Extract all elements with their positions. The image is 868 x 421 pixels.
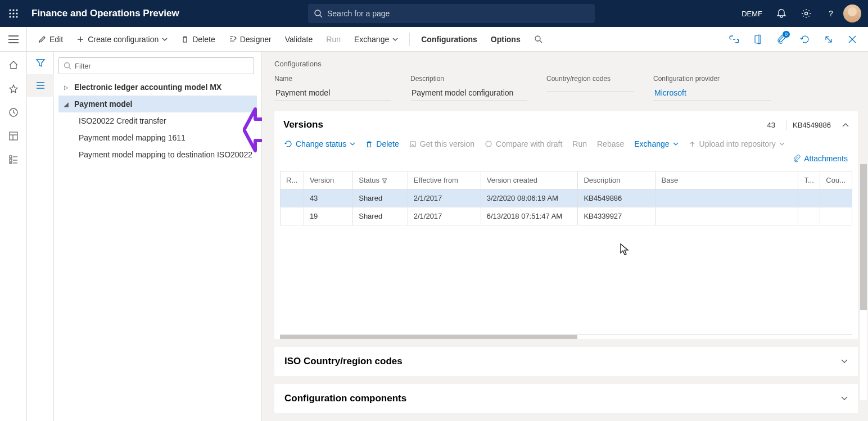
delete-version-button[interactable]: Delete — [361, 137, 403, 151]
horizontal-scrollbar[interactable] — [280, 334, 852, 339]
col-version[interactable]: Version — [304, 171, 352, 189]
field-provider: Configuration provider Microsoft — [653, 75, 771, 101]
field-value[interactable]: Payment model — [274, 86, 391, 101]
modules-icon[interactable] — [0, 148, 27, 171]
col-status[interactable]: Status — [353, 171, 408, 189]
popout-icon[interactable] — [819, 29, 839, 49]
rebase-label: Rebase — [597, 139, 624, 148]
vertical-scrollbar[interactable] — [860, 164, 867, 400]
versions-grid: R... Version Status Effective from Versi… — [274, 171, 858, 332]
version-desc-badge: KB4549886 — [793, 121, 831, 129]
tree-item-label: Electronic ledger accounting model MX — [74, 83, 221, 92]
chevron-down-icon — [673, 142, 679, 146]
versions-header[interactable]: Versions 43 KB4549886 — [274, 111, 858, 136]
compare-label: Compare with draft — [496, 139, 562, 148]
star-icon[interactable] — [0, 78, 27, 100]
col-created[interactable]: Version created — [481, 171, 578, 189]
gear-icon[interactable] — [794, 0, 819, 27]
bell-icon[interactable] — [769, 0, 794, 27]
tree-panel: Filter ▷ Electronic ledger accounting mo… — [54, 52, 262, 421]
exchange-label: Exchange — [354, 35, 389, 44]
recent-icon[interactable] — [0, 101, 27, 124]
search-input[interactable]: Search for a page — [308, 4, 595, 23]
create-config-button[interactable]: Create configuration — [71, 31, 173, 47]
refresh-icon[interactable] — [795, 29, 815, 49]
config-components-section[interactable]: Configuration components — [274, 384, 858, 413]
svg-rect-37 — [410, 142, 415, 147]
tree-item-mapping-dest[interactable]: Payment model mapping to destination ISO… — [58, 146, 257, 163]
left-rail — [0, 52, 27, 421]
list-toggle-icon[interactable] — [27, 74, 54, 97]
table-row[interactable]: 43 Shared 2/1/2017 3/2/2020 08:06:19 AM … — [281, 189, 852, 207]
search-action-icon[interactable] — [528, 31, 548, 47]
chevron-up-icon[interactable] — [842, 123, 849, 127]
table-row[interactable]: 19 Shared 2/1/2017 6/13/2018 07:51:47 AM… — [281, 207, 852, 225]
field-value-link[interactable]: Microsoft — [653, 86, 771, 101]
waffle-icon[interactable] — [0, 0, 27, 27]
edit-button[interactable]: Edit — [33, 31, 69, 47]
close-icon[interactable] — [842, 29, 862, 49]
compare-button: Compare with draft — [480, 137, 567, 151]
run-button: Run — [320, 31, 346, 47]
delete-version-label: Delete — [376, 139, 399, 148]
attachments-count-icon[interactable]: 0 — [771, 29, 792, 49]
tree-item-ledger[interactable]: ▷ Electronic ledger accounting model MX — [58, 79, 257, 96]
col-description[interactable]: Description — [578, 171, 655, 189]
chevron-down-icon — [779, 142, 785, 146]
exchange-version-button[interactable]: Exchange — [630, 137, 682, 151]
svg-point-5 — [16, 12, 17, 14]
field-region: Country/region codes — [546, 75, 634, 101]
tree-item-label: Payment model mapping 1611 — [79, 133, 186, 142]
configurations-tab[interactable]: Configurations — [415, 31, 483, 47]
workspace-icon[interactable] — [0, 125, 27, 147]
home-icon[interactable] — [0, 54, 27, 76]
col-effective[interactable]: Effective from — [408, 171, 481, 189]
configurations-label: Configurations — [421, 35, 477, 44]
attachments-button[interactable]: Attachments — [788, 152, 852, 165]
avatar[interactable] — [843, 4, 861, 22]
delete-button[interactable]: Delete — [175, 31, 220, 47]
col-r[interactable]: R... — [281, 171, 304, 189]
hamburger-icon[interactable] — [0, 27, 27, 51]
filter-rail — [27, 52, 54, 421]
tree-filter-input[interactable]: Filter — [58, 57, 254, 74]
company-label[interactable]: DEMF — [735, 10, 769, 18]
tree-item-mapping-1611[interactable]: Payment model mapping 1611 — [58, 129, 257, 146]
col-cou[interactable]: Cou... — [820, 171, 852, 189]
funnel-icon[interactable] — [27, 52, 54, 74]
svg-point-4 — [12, 12, 14, 14]
cell-version: 19 — [304, 207, 352, 225]
field-value[interactable]: Payment model configuration — [410, 86, 527, 101]
chevron-down-icon — [162, 38, 168, 41]
tree-item-iso20022[interactable]: ISO20022 Credit transfer — [58, 112, 257, 129]
tree-item-payment-model[interactable]: ◢ Payment model — [58, 96, 257, 112]
field-label: Country/region codes — [546, 75, 634, 83]
exchange-button[interactable]: Exchange — [349, 31, 404, 47]
change-status-label: Change status — [296, 139, 346, 148]
col-t[interactable]: T... — [798, 171, 820, 189]
designer-button[interactable]: Designer — [223, 31, 277, 47]
change-status-button[interactable]: Change status — [280, 137, 360, 151]
get-version-button: Get this version — [405, 137, 479, 151]
iso-region-section[interactable]: ISO Country/region codes — [274, 347, 858, 376]
triangle-right-icon: ▷ — [62, 84, 71, 90]
tree-item-label: Payment model — [74, 99, 132, 108]
app-title: Finance and Operations Preview — [31, 8, 179, 19]
options-tab[interactable]: Options — [485, 31, 526, 47]
cell-description: KB4339927 — [578, 207, 655, 225]
chevron-down-icon — [392, 38, 398, 41]
separator — [786, 120, 787, 130]
field-value[interactable] — [546, 86, 634, 92]
validate-button[interactable]: Validate — [279, 31, 319, 47]
office-icon[interactable] — [748, 29, 768, 49]
link-icon[interactable] — [724, 29, 744, 49]
col-base[interactable]: Base — [655, 171, 798, 189]
cell-created: 6/13/2018 07:51:47 AM — [481, 207, 578, 225]
cell-description: KB4549886 — [578, 189, 655, 207]
svg-point-6 — [9, 16, 11, 17]
chevron-down-icon — [841, 396, 848, 401]
chevron-down-icon — [841, 359, 848, 364]
cell-status: Shared — [353, 207, 408, 225]
help-icon[interactable]: ? — [819, 0, 843, 27]
create-config-label: Create configuration — [88, 35, 159, 44]
